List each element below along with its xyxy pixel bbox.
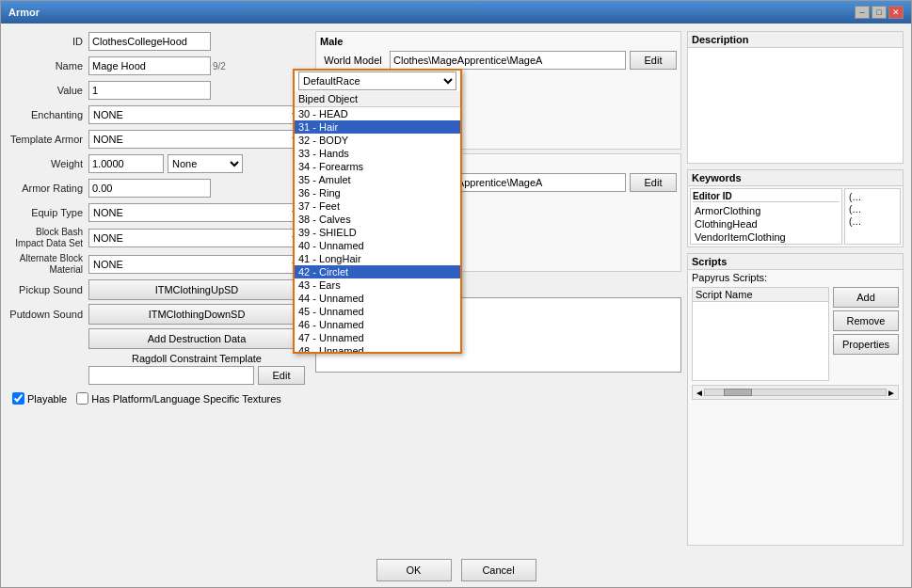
keyword-cols: Editor ID ArmorClothing ClothingHead Ven…: [688, 186, 903, 246]
biped-item-45[interactable]: 45 - Unnamed: [295, 305, 460, 318]
biped-item-39[interactable]: 39 - SHIELD: [295, 226, 460, 239]
description-title: Description: [688, 32, 903, 48]
armor-rating-input[interactable]: [88, 179, 211, 198]
putdown-sound-row: Putdown Sound ITMClothingDownSD: [8, 304, 310, 325]
biped-item-40[interactable]: 40 - Unnamed: [295, 239, 460, 252]
scrollbar-right-arrow[interactable]: ►: [887, 388, 896, 398]
scripts-title: Scripts: [688, 254, 903, 270]
enchanting-select[interactable]: NONE: [88, 105, 305, 124]
scrollbar-thumb[interactable]: [724, 389, 752, 396]
ragdoll-edit-button[interactable]: Edit: [258, 366, 305, 385]
scripts-content: Script Name Add Remove Properties: [688, 285, 903, 383]
biped-item-36[interactable]: 36 - Ring: [295, 186, 460, 199]
id-label: ID: [8, 36, 88, 47]
papyrus-label: Papyrus Scripts:: [688, 270, 903, 285]
right-panel: Description Keywords Editor ID ArmorClot…: [687, 31, 904, 546]
playable-checkbox-label[interactable]: Playable: [12, 392, 67, 405]
equip-type-row: Equip Type NONE: [8, 202, 310, 223]
pickup-sound-row: Pickup Sound ITMClothingUpSD: [8, 279, 310, 300]
weight-input[interactable]: [88, 154, 164, 173]
enchanting-row: Enchanting NONE: [8, 104, 310, 125]
biped-item-33[interactable]: 33 - Hands: [295, 147, 460, 160]
scripts-add-button[interactable]: Add: [833, 287, 899, 308]
weight-label: Weight: [8, 158, 88, 169]
maximize-button[interactable]: □: [872, 6, 887, 19]
name-label: Name: [8, 60, 88, 72]
scripts-section: Scripts Papyrus Scripts: Script Name Add…: [687, 253, 904, 546]
add-destruction-button[interactable]: Add Destruction Data: [88, 328, 305, 349]
keyword-item-armor-clothing: ArmorClothing: [693, 204, 840, 217]
close-button[interactable]: ✕: [888, 6, 904, 19]
female-world-model-edit-button[interactable]: Edit: [630, 173, 677, 192]
biped-object-dropdown: DefaultRace Biped Object 30 - HEAD31 - H…: [293, 69, 462, 354]
footer-buttons: OK Cancel: [1, 553, 911, 587]
window-controls: – □ ✕: [855, 6, 904, 19]
value-input[interactable]: [88, 81, 211, 100]
scripts-scrollbar[interactable]: ◄ ►: [692, 385, 899, 400]
name-row: Name 9/2: [8, 56, 310, 76]
ragdoll-input[interactable]: [88, 366, 254, 385]
biped-item-42[interactable]: 42 - Circlet: [295, 265, 460, 278]
armor-rating-row: Armor Rating: [8, 178, 310, 199]
enchanting-label: Enchanting: [8, 109, 88, 120]
name-input[interactable]: [88, 56, 211, 75]
scripts-buttons: Add Remove Properties: [833, 287, 899, 381]
male-world-model-edit-button[interactable]: Edit: [630, 51, 677, 70]
description-textarea[interactable]: [688, 48, 903, 161]
scrollbar-left-arrow[interactable]: ◄: [695, 388, 704, 398]
putdown-sound-label: Putdown Sound: [8, 309, 88, 320]
block-bash-row: Block BashImpact Data Set NONE: [8, 227, 310, 249]
ragdoll-row: Ragdoll Constraint Template Edit: [8, 353, 310, 385]
male-world-model-row: World Model Edit: [320, 51, 677, 70]
biped-item-41[interactable]: 41 - LongHair: [295, 252, 460, 265]
keyword-editor-id-header: Editor ID: [693, 191, 840, 202]
playable-label: Playable: [27, 393, 67, 405]
checkbox-row: Playable Has Platform/Language Specific …: [8, 392, 310, 405]
platform-textures-checkbox-label[interactable]: Has Platform/Language Specific Textures: [76, 392, 281, 405]
template-select[interactable]: NONE: [88, 130, 305, 149]
weight-type-select[interactable]: None: [168, 154, 243, 173]
pickup-sound-button[interactable]: ITMClothingUpSD: [88, 279, 305, 300]
biped-item-47[interactable]: 47 - Unnamed: [295, 331, 460, 344]
block-bash-label: Block BashImpact Data Set: [8, 227, 88, 249]
minimize-button[interactable]: –: [855, 6, 870, 19]
biped-item-30[interactable]: 30 - HEAD: [295, 107, 460, 120]
biped-item-31[interactable]: 31 - Hair: [295, 120, 460, 134]
description-section: Description: [687, 31, 904, 164]
biped-item-35[interactable]: 35 - Amulet: [295, 173, 460, 186]
equip-type-select[interactable]: NONE: [88, 203, 305, 222]
biped-item-32[interactable]: 32 - BODY: [295, 134, 460, 147]
alt-block-select[interactable]: NONE: [88, 255, 305, 274]
putdown-sound-button[interactable]: ITMClothingDownSD: [88, 304, 305, 325]
cancel-button[interactable]: Cancel: [461, 559, 536, 581]
scripts-properties-button[interactable]: Properties: [833, 334, 899, 355]
block-bash-select[interactable]: NONE: [88, 229, 305, 247]
biped-item-34[interactable]: 34 - Forearms: [295, 160, 460, 173]
biped-item-44[interactable]: 44 - Unnamed: [295, 292, 460, 305]
scrollbar-track: [704, 389, 887, 396]
scripts-list-header: Script Name: [693, 288, 828, 302]
biped-item-38[interactable]: 38 - Calves: [295, 213, 460, 226]
id-input[interactable]: [88, 32, 211, 51]
id-row: ID: [8, 31, 310, 52]
pickup-sound-label: Pickup Sound: [8, 284, 88, 295]
biped-items-list[interactable]: 30 - HEAD31 - Hair32 - BODY33 - Hands34 …: [295, 107, 460, 352]
male-world-model-input[interactable]: [390, 51, 626, 70]
biped-item-46[interactable]: 46 - Unnamed: [295, 318, 460, 331]
name-area: 9/2: [88, 56, 226, 75]
equip-type-label: Equip Type: [8, 207, 88, 218]
keywords-title: Keywords: [688, 170, 903, 186]
alt-block-row: Alternate BlockMaterial NONE: [8, 253, 310, 276]
ok-button[interactable]: OK: [376, 559, 452, 581]
scripts-remove-button[interactable]: Remove: [833, 310, 899, 331]
biped-item-48[interactable]: 48 - Unnamed: [295, 344, 460, 352]
value-row: Value: [8, 80, 310, 101]
race-row: DefaultRace: [295, 71, 460, 91]
playable-checkbox[interactable]: [12, 392, 24, 405]
template-label: Template Armor: [8, 134, 88, 145]
platform-textures-checkbox[interactable]: [76, 392, 88, 405]
biped-item-43[interactable]: 43 - Ears: [295, 278, 460, 292]
race-select[interactable]: DefaultRace: [298, 72, 456, 90]
left-panel: ID Name 9/2 Value Enchanting NONE: [8, 31, 310, 546]
biped-item-37[interactable]: 37 - Feet: [295, 199, 460, 213]
